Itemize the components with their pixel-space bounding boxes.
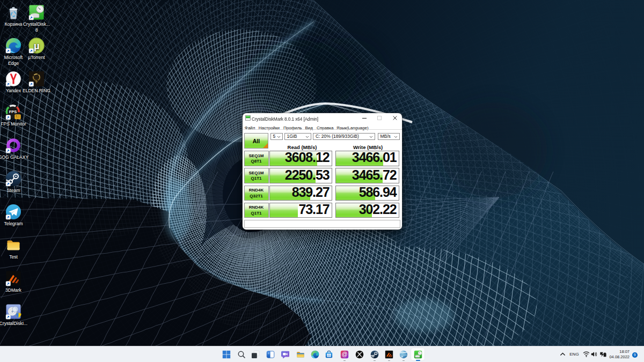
svg-text:@: @ [341,351,347,357]
svg-text:µ: µ [34,40,40,51]
svg-text:FPS: FPS [9,109,17,114]
